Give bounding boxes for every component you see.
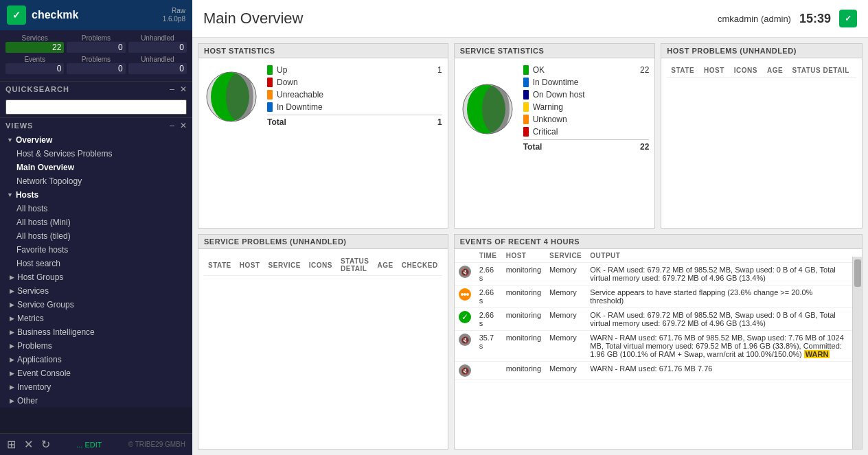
chevron-right-icon-inv: ▶: [10, 384, 14, 390]
stat-services-value[interactable]: 22: [5, 42, 64, 53]
sidebar-item-network-topology[interactable]: Network Topology: [0, 174, 192, 188]
scrollbar-thumb[interactable]: [854, 259, 861, 287]
host-stat-unreachable: Unreachable: [267, 89, 442, 101]
table-row: 🔇 monitoring Memory WARN - RAM used: 671…: [455, 362, 852, 380]
sidebar-item-problems[interactable]: ▶ Problems: [0, 339, 192, 353]
stat-up-value: 1: [429, 65, 442, 75]
sidebar-item-services[interactable]: ▶ Services: [0, 284, 192, 298]
stat-unreachable-label: Unreachable: [277, 90, 424, 100]
stat-events-value[interactable]: 0: [5, 63, 64, 74]
events-scroll-area[interactable]: TIME HOST SERVICE OUTPUT 🔇 2.66 s m: [455, 249, 852, 380]
sidebar-restore-icon[interactable]: ⊞: [7, 438, 16, 451]
svc-downtime-label: In Downtime: [533, 78, 632, 87]
mute-icon-2: 🔇: [459, 334, 471, 346]
sidebar-header: ✓ checkmk Raw 1.6.0p8: [0, 0, 192, 30]
sidebar-item-applications[interactable]: ▶ Applications: [0, 353, 192, 366]
evt-col-icon: [455, 249, 475, 263]
sidebar-item-main-overview[interactable]: Main Overview: [0, 161, 192, 174]
stat-problems-2-value[interactable]: 0: [67, 63, 125, 74]
events-panel: EVENTS OF RECENT 4 HOURS TIME HOST SERVI…: [454, 234, 863, 450]
sidebar-item-host-groups[interactable]: ▶ Host Groups: [0, 270, 192, 284]
sidebar-item-inventory[interactable]: ▶ Inventory: [0, 380, 192, 394]
sidebar-item-favorite-hosts[interactable]: Favorite hosts: [0, 243, 192, 257]
stat-events: Events 0: [5, 56, 64, 74]
event-service: Memory: [545, 285, 586, 308]
app-logo-icon[interactable]: ✓: [7, 5, 26, 25]
col-host: HOST: [700, 64, 730, 78]
svc-stat-ok: OK 22: [523, 64, 650, 76]
sidebar-item-hosts[interactable]: ▼ Hosts: [0, 188, 192, 202]
chevron-right-icon-hg: ▶: [10, 274, 14, 281]
event-service: Memory: [545, 308, 586, 331]
event-host: monitoring: [502, 263, 545, 285]
flap-icon: [459, 288, 471, 301]
sidebar-item-all-hosts-tiled[interactable]: All hosts (tiled): [0, 229, 192, 243]
event-icon-cell: [455, 285, 475, 308]
sidebar-item-hosts-label: Hosts: [16, 190, 38, 200]
svc-critical-label: Critical: [533, 127, 632, 137]
sidebar-item-host-groups-label: Host Groups: [17, 272, 63, 282]
event-icon-cell: 🔇: [455, 362, 475, 380]
sidebar-item-service-groups[interactable]: ▶ Service Groups: [0, 298, 192, 312]
svc-dot-unknown: [523, 115, 529, 124]
host-statistics-panel: HOST STATISTICS: [198, 43, 448, 229]
events-table: TIME HOST SERVICE OUTPUT 🔇 2.66 s m: [455, 249, 852, 380]
col-status-detail: STATUS DETAIL: [788, 64, 856, 78]
sidebar-item-all-hosts-tiled-label: All hosts (tiled): [16, 231, 71, 241]
sidebar-item-event-console[interactable]: ▶ Event Console: [0, 366, 192, 380]
scrollbar[interactable]: [852, 257, 862, 449]
sidebar-item-all-hosts-label: All hosts: [16, 204, 47, 213]
sidebar-item-inventory-label: Inventory: [17, 382, 51, 392]
nav-section: ▼ Overview Host & Services Problems Main…: [0, 133, 192, 408]
sidebar-item-host-search-label: Host search: [16, 259, 60, 268]
svc-stat-unknown: Unknown: [523, 113, 650, 126]
stat-problems-1: Problems 0: [67, 34, 125, 53]
sidebar-footer: ⊞ ✕ ↻ ... EDIT © TRIBE29 GMBH: [0, 433, 192, 455]
svc-col-status-detail: STATUS DETAIL: [336, 255, 374, 276]
sidebar-item-all-hosts[interactable]: All hosts: [0, 202, 192, 215]
event-host: monitoring: [502, 331, 545, 362]
sidebar-logo-area: ✓ checkmk: [7, 5, 79, 25]
views-minus-icon[interactable]: –: [170, 121, 174, 130]
svc-dot-downtime: [523, 78, 529, 87]
chevron-down-icon-hosts: ▼: [7, 191, 13, 198]
quicksearch-input-wrap: [0, 97, 192, 117]
tribe-text: © TRIBE29 GMBH: [128, 441, 185, 448]
stat-unhandled-2-value[interactable]: 0: [128, 63, 187, 74]
sidebar-item-other[interactable]: ▶ Other: [0, 394, 192, 408]
sidebar-item-host-search[interactable]: Host search: [0, 257, 192, 270]
chevron-right-icon-prob: ▶: [10, 342, 14, 349]
event-output: WARN - RAM used: 671.76 MB of 985.52 MB,…: [586, 331, 852, 362]
sidebar-item-host-services-problems-label: Host & Services Problems: [16, 149, 112, 159]
sidebar-item-network-topology-label: Network Topology: [16, 176, 82, 186]
host-statistics-content: Up 1 Down Unreachable: [198, 58, 448, 135]
svc-stat-critical: Critical: [523, 126, 650, 138]
service-moon-graphic: [460, 82, 515, 137]
sidebar-item-metrics[interactable]: ▶ Metrics: [0, 312, 192, 325]
sidebar-item-all-hosts-mini[interactable]: All hosts (Mini): [0, 215, 192, 229]
sidebar-item-problems-label: Problems: [17, 341, 52, 351]
edit-link[interactable]: ... EDIT: [76, 441, 102, 449]
sidebar-item-favorite-hosts-label: Favorite hosts: [16, 245, 68, 255]
quicksearch-minus-icon[interactable]: –: [170, 84, 174, 94]
stat-problems-1-value[interactable]: 0: [67, 42, 125, 53]
sidebar-close-icon[interactable]: ✕: [24, 438, 33, 451]
event-output: OK - RAM used: 679.72 MB of 985.52 MB, S…: [586, 263, 852, 285]
col-state: STATE: [667, 64, 700, 78]
stat-unhandled-1-value[interactable]: 0: [128, 42, 187, 53]
sidebar-item-business-intelligence[interactable]: ▶ Business Intelligence: [0, 325, 192, 339]
quicksearch-input[interactable]: [5, 100, 187, 115]
quicksearch-close-icon[interactable]: ✕: [180, 84, 187, 94]
stat-problems-2-label: Problems: [67, 56, 125, 63]
stat-unhandled-2: Unhandled 0: [128, 56, 187, 74]
sidebar-item-host-services-problems[interactable]: Host & Services Problems: [0, 147, 192, 161]
sidebar: ✓ checkmk Raw 1.6.0p8 Services 22 Proble…: [0, 0, 192, 455]
sidebar-item-overview[interactable]: ▼ Overview: [0, 133, 192, 147]
event-output: OK - RAM used: 679.72 MB of 985.52 MB, S…: [586, 308, 852, 331]
stats-row-2: Events 0 Problems 0 Unhandled 0: [5, 56, 187, 74]
quicksearch-title: QUICKSEARCH: [5, 85, 69, 93]
service-statistics-panel: SERVICE STATISTICS OK: [454, 43, 656, 229]
sidebar-refresh-icon[interactable]: ↻: [41, 438, 50, 451]
stats-bar: Services 22 Problems 0 Unhandled 0 Event…: [0, 30, 192, 81]
views-close-icon[interactable]: ✕: [180, 121, 187, 130]
